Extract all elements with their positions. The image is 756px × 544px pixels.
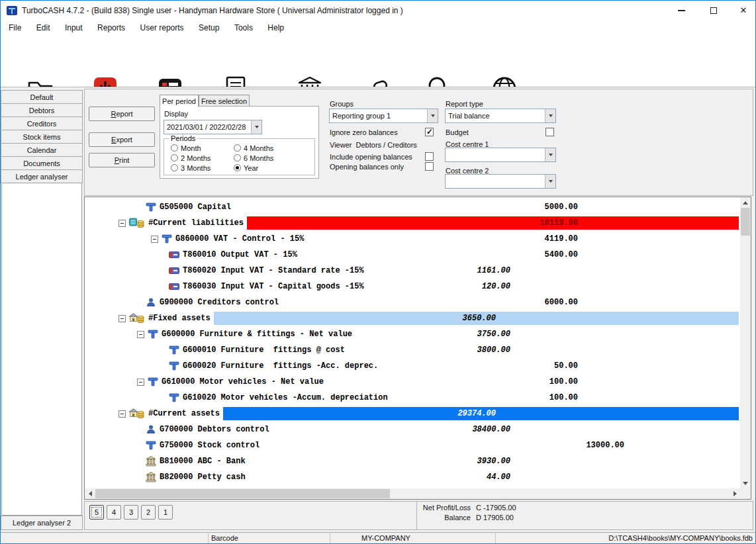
viewer-debtors-creditors-label: Viewer Debtors / Creditors — [330, 141, 417, 149]
collapse-icon[interactable] — [137, 331, 144, 338]
status-divider — [330, 532, 330, 544]
status-divider — [208, 532, 209, 544]
tree-row-debtors-control[interactable]: G700000 Debtors control 38400.00 — [85, 422, 740, 437]
tree-row-fixed-assets[interactable]: #Fixed assets 3650.00 — [85, 310, 740, 326]
collapse-icon[interactable] — [118, 220, 126, 227]
menu-user-reports[interactable]: User reports — [134, 21, 190, 35]
radio-3-months[interactable]: 3 Months — [171, 163, 211, 172]
minimize-button[interactable] — [666, 1, 696, 20]
tree-row-output-vat[interactable]: T860010 Output VAT - 15% 5400.00 — [85, 247, 740, 263]
radio-icon — [171, 144, 178, 152]
tree-row-stock-control[interactable]: G750000 Stock control 13000.00 — [85, 437, 740, 453]
ignore-zero-balances-checkbox[interactable] — [425, 128, 434, 136]
cost-centre-2-select[interactable] — [445, 174, 556, 189]
display-period-select[interactable]: 2021/03/01 / 2022/02/28 — [164, 120, 262, 134]
period-button-1[interactable]: 1 — [158, 505, 173, 520]
ledger-account-icon — [148, 329, 158, 340]
period-button-2[interactable]: 2 — [141, 505, 156, 520]
status-divider — [495, 532, 496, 544]
highlight-bar-red — [247, 216, 739, 230]
collapse-icon[interactable] — [137, 379, 144, 386]
radio-icon — [171, 154, 178, 161]
assets-group-icon — [129, 408, 145, 419]
menu-tools[interactable]: Tools — [228, 21, 259, 35]
menu-file[interactable]: File — [3, 21, 27, 35]
scroll-up-button[interactable] — [740, 197, 751, 208]
sidebar-item-ledger-analyser[interactable]: Ledger analyser — [1, 169, 83, 183]
close-button[interactable]: ✕ — [728, 1, 756, 20]
radio-month[interactable]: Month — [171, 144, 201, 152]
collapse-icon[interactable] — [118, 315, 126, 322]
export-button[interactable]: Export — [89, 132, 155, 147]
tree-row-motor-vehicles-net[interactable]: G610000 Motor vehicles - Net value 100.0… — [85, 374, 740, 390]
cost-centre-1-select[interactable] — [445, 148, 556, 162]
ledger-tree: G505000 Capital 5000.00 #Current liabili… — [85, 197, 740, 488]
report-type-select[interactable]: Trial balance — [445, 109, 556, 123]
status-company: MY-COMPANY — [361, 534, 410, 542]
sidebar-item-stock-items[interactable]: Stock items — [1, 130, 83, 144]
tree-row-motor-vehicles-deprec[interactable]: G610020 Motor vehicles -Accum. depreciat… — [85, 390, 740, 406]
budget-checkbox[interactable] — [545, 128, 554, 136]
print-button[interactable]: Print — [89, 153, 155, 167]
include-opening-balances-checkbox[interactable] — [425, 152, 434, 161]
tree-row-current-liabilities[interactable]: #Current liabilities 10119.00 — [85, 215, 740, 231]
radio-4-months[interactable]: 4 Months — [234, 144, 273, 152]
scroll-right-button[interactable] — [730, 488, 740, 499]
tree-vertical-scrollbar[interactable] — [740, 197, 751, 488]
reporting-group-select[interactable]: Reporting group 1 — [329, 109, 438, 123]
tree-row-vat-control[interactable]: G860000 VAT - Control - 15% 4119.00 — [85, 231, 740, 247]
ledger-account-icon — [169, 361, 179, 371]
minimize-icon — [678, 10, 685, 11]
sidebar-item-documents[interactable]: Documents — [1, 156, 83, 170]
tab-free-selection[interactable]: Free selection — [199, 95, 250, 107]
period-button-3[interactable]: 3 — [124, 505, 138, 520]
scroll-left-button[interactable] — [85, 488, 95, 499]
tab-per-period[interactable]: Per period — [160, 95, 199, 107]
chevron-down-icon[interactable] — [427, 109, 438, 122]
balance-value: D 17905.00 — [476, 514, 514, 521]
radio-2-months[interactable]: 2 Months — [171, 154, 211, 162]
sidebar-item-calendar[interactable]: Calendar — [1, 143, 83, 157]
sidebar-item-ledger-analyser-2[interactable]: Ledger analyser 2 — [1, 516, 83, 530]
tree-row-abc-bank[interactable]: B810000 ABC - Bank 3930.00 — [85, 453, 740, 469]
menu-input[interactable]: Input — [59, 21, 89, 35]
ledger-account-icon — [162, 234, 172, 244]
tree-row-petty-cash[interactable]: B820000 Petty cash 44.00 — [85, 469, 740, 485]
opening-balances-only-checkbox[interactable] — [425, 162, 434, 171]
tree-row-current-assets[interactable]: #Current assets 29374.00 — [85, 406, 740, 422]
vertical-scroll-thumb[interactable] — [741, 208, 750, 236]
chevron-down-icon[interactable] — [251, 120, 261, 134]
tree-row-furniture-deprec[interactable]: G600020 Furniture fittings -Acc. deprec.… — [85, 358, 740, 374]
chevron-down-icon[interactable] — [545, 175, 555, 188]
chevron-down-icon[interactable] — [545, 109, 555, 122]
tree-horizontal-scrollbar[interactable] — [85, 488, 740, 499]
ledger-account-icon — [169, 345, 179, 355]
sidebar-item-debtors[interactable]: Debtors — [1, 103, 83, 117]
tree-row-input-vat-standard[interactable]: T860020 Input VAT - Standard rate -15% 1… — [85, 263, 740, 279]
collapse-icon[interactable] — [151, 236, 158, 243]
tree-row-creditors-control[interactable]: G900000 Creditors control 6000.00 — [85, 295, 740, 310]
chevron-down-icon[interactable] — [545, 148, 555, 161]
menu-help[interactable]: Help — [261, 21, 290, 35]
maximize-button[interactable] — [698, 1, 729, 20]
collapse-icon[interactable] — [118, 410, 126, 418]
include-opening-balances-label: Include opening balances — [330, 153, 412, 161]
sidebar-item-creditors[interactable]: Creditors — [1, 116, 83, 130]
tree-row-furniture-net[interactable]: G600000 Furniture & fittings - Net value… — [85, 326, 740, 342]
menu-edit[interactable]: Edit — [30, 21, 56, 35]
report-button[interactable]: Report — [89, 107, 155, 121]
menu-setup[interactable]: Setup — [193, 21, 225, 35]
sidebar-item-default[interactable]: Default — [1, 90, 83, 104]
period-button-5[interactable]: 5 — [89, 505, 104, 520]
radio-6-months[interactable]: 6 Months — [234, 154, 273, 162]
radio-year[interactable]: Year — [234, 163, 258, 172]
period-button-4[interactable]: 4 — [107, 505, 121, 520]
tree-row-capital[interactable]: G505000 Capital 5000.00 — [85, 199, 740, 215]
horizontal-scroll-thumb[interactable] — [95, 489, 390, 498]
tree-row-input-vat-capital[interactable]: T860030 Input VAT - Capital goods -15% 1… — [85, 279, 740, 295]
scroll-down-button[interactable] — [740, 478, 751, 488]
menu-reports[interactable]: Reports — [91, 21, 131, 35]
radio-selected-icon — [234, 164, 241, 171]
tree-row-furniture-cost[interactable]: G600010 Furniture fittings @ cost 3800.0… — [85, 342, 740, 358]
report-type-label: Report type — [446, 100, 483, 108]
